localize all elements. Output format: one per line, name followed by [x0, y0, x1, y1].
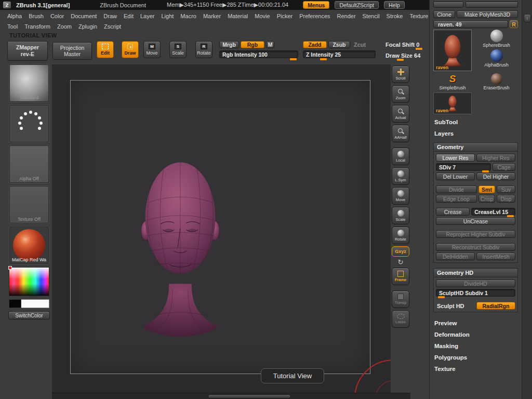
rgb-button[interactable]: Rgb — [241, 41, 264, 48]
texture-section-header[interactable]: Texture — [433, 363, 518, 375]
canvas-horizontal-scrollbar[interactable] — [52, 393, 410, 399]
deformation-section-header[interactable]: Deformation — [433, 329, 518, 340]
alpha-selector[interactable]: Alpha Off — [9, 145, 49, 183]
zmapper-button[interactable]: ZMapper rev-E — [7, 41, 48, 61]
crisp-button[interactable]: Crisp — [478, 195, 495, 203]
r-button[interactable]: R — [510, 20, 518, 28]
draw-size-slider[interactable]: Draw Size 64 — [385, 52, 420, 59]
menu-light[interactable]: Light — [162, 13, 174, 19]
menus-button[interactable]: Menus — [303, 1, 329, 9]
rotate-view-button[interactable]: Rotate — [392, 227, 409, 244]
del-hidden-button[interactable]: DelHidden — [436, 252, 475, 260]
sculpthd-subdiv-slider[interactable]: SculptHD Subdiv 1 — [436, 289, 515, 297]
sdiv-slider[interactable]: SDiv 7 — [436, 163, 491, 171]
geometry-hd-section-header[interactable]: Geometry HD — [433, 268, 518, 277]
del-higher-button[interactable]: Del Higher — [476, 172, 515, 180]
sculpthd-subdiv-thumb[interactable] — [438, 296, 445, 298]
sculpt-hd-label[interactable]: Sculpt HD — [436, 302, 475, 310]
crease-button[interactable]: Crease — [436, 208, 470, 216]
rgb-intensity-slider[interactable]: Rgb Intensity 100 — [219, 50, 298, 58]
transp-button[interactable]: Transp — [392, 290, 409, 308]
subtool-section-header[interactable]: SubTool — [433, 116, 518, 128]
menu-texture[interactable]: Texture — [409, 13, 428, 19]
secondary-color-swatch[interactable] — [9, 299, 21, 308]
primary-color-swatch[interactable] — [21, 299, 49, 308]
document-canvas[interactable]: Tutorial View — [52, 64, 391, 393]
focal-shift-thumb[interactable] — [416, 48, 422, 50]
menu-movie[interactable]: Movie — [255, 13, 270, 19]
brush-selector-standard[interactable]: Standard — [9, 64, 49, 102]
masking-section-header[interactable]: Masking — [433, 340, 518, 352]
del-lower-button[interactable]: Del Lower — [436, 172, 475, 180]
local-button[interactable]: Local — [392, 148, 409, 165]
tutorial-view-button[interactable]: Tutorial View — [261, 368, 324, 383]
clipped-button-2[interactable] — [466, 2, 518, 8]
divide-hd-button[interactable]: DivideHD — [436, 280, 515, 287]
menu-macro[interactable]: Macro — [180, 13, 196, 19]
menu-marker[interactable]: Marker — [203, 13, 221, 19]
move-view-button[interactable]: Move — [392, 187, 409, 205]
material-selector[interactable]: MatCap Red Wa — [9, 227, 49, 264]
tool-thumb-eraserbrush[interactable]: EraserBrush — [475, 73, 518, 90]
z-intensity-thumb[interactable] — [320, 58, 327, 60]
menu-layer[interactable]: Layer — [140, 13, 155, 19]
menu-material[interactable]: Material — [228, 13, 248, 19]
scrollbar-arrows-icon[interactable]: ↕ — [524, 14, 531, 22]
rgb-intensity-thumb[interactable] — [290, 58, 297, 60]
scroll-button[interactable]: Scroll — [392, 65, 409, 83]
help-button[interactable]: Help — [384, 1, 405, 9]
menu-stencil[interactable]: Stencil — [363, 13, 380, 19]
aahalf-button[interactable]: AAHalf — [392, 125, 409, 142]
z-intensity-slider[interactable]: Z Intensity 25 — [303, 50, 376, 58]
edit-mode-button[interactable]: Edit — [97, 41, 114, 58]
menu-transform[interactable]: Transform — [24, 23, 50, 30]
crease-lvl-thumb[interactable] — [507, 215, 514, 217]
menu-tool[interactable]: Tool — [7, 23, 18, 30]
focal-shift-slider[interactable]: Focal Shift 0 — [385, 41, 420, 48]
tool-thumb-simplebrush[interactable]: S SimpleBrush — [433, 73, 472, 90]
color-picker-marker[interactable] — [8, 266, 12, 270]
horizontal-scroll-thumb[interactable] — [208, 394, 291, 398]
geometry-section-header[interactable]: Geometry — [433, 142, 518, 151]
tool-thumb-alphabrush[interactable]: AlphaBrush — [475, 49, 518, 68]
orbit-rotate-icon[interactable]: ↻ — [398, 259, 404, 265]
make-polymesh3d-button[interactable]: Make PolyMesh3D — [457, 10, 518, 18]
panel-scrollbar[interactable]: ↕ — [522, 0, 532, 399]
suv-button[interactable]: Suv — [497, 185, 515, 193]
m-button[interactable]: M — [266, 41, 274, 48]
zsub-button[interactable]: Zsub — [328, 41, 350, 48]
menu-preferences[interactable]: Preferences — [299, 13, 330, 19]
lower-res-button[interactable]: Lower Res — [436, 154, 475, 162]
active-tool-name[interactable]: raven. 49 — [433, 20, 508, 28]
menu-color[interactable]: Color — [50, 13, 64, 19]
head-model-3d[interactable] — [124, 145, 237, 342]
tool-thumb-raven[interactable]: raven — [433, 30, 472, 71]
layers-section-header[interactable]: Layers — [433, 128, 518, 139]
tool-thumb-raven-small[interactable]: raven — [433, 92, 472, 114]
menu-zplugin[interactable]: Zplugin — [78, 23, 97, 30]
preview-section-header[interactable]: Preview — [433, 317, 518, 329]
menu-zscript[interactable]: Zscript — [104, 23, 121, 30]
tool-thumb-spherebrush[interactable]: SphereBrush — [475, 30, 518, 48]
menu-stroke[interactable]: Stroke — [387, 13, 403, 19]
scale-view-button[interactable]: Scale — [392, 207, 409, 224]
move-mode-button[interactable]: M Move — [143, 41, 161, 58]
scale-mode-button[interactable]: S Scale — [169, 41, 187, 58]
menu-picker[interactable]: Picker — [277, 13, 293, 19]
reproject-button[interactable]: Reproject Higher Subdiv — [436, 230, 515, 238]
zadd-button[interactable]: Zadd — [303, 41, 327, 48]
higher-res-button[interactable]: Higher Res — [476, 154, 515, 162]
zcut-button[interactable]: Zcut — [352, 42, 368, 48]
stroke-selector-dots[interactable]: Dots — [9, 105, 49, 142]
draw-mode-button[interactable]: Draw — [122, 41, 139, 58]
zoom-button[interactable]: Zoom — [392, 85, 409, 103]
divide-button[interactable]: Divide — [436, 185, 477, 193]
disp-button[interactable]: Disp — [497, 195, 515, 203]
default-zscript-button[interactable]: DefaultZScript — [335, 1, 379, 9]
crease-lvl-slider[interactable]: CreaseLvl 15 — [471, 208, 515, 216]
menu-edit[interactable]: Edit — [124, 13, 134, 19]
cage-button[interactable]: Cage — [493, 163, 515, 171]
menu-document[interactable]: Document — [71, 13, 97, 19]
sdiv-thumb[interactable] — [482, 170, 489, 172]
edge-loop-button[interactable]: Edge Loop — [436, 195, 477, 203]
